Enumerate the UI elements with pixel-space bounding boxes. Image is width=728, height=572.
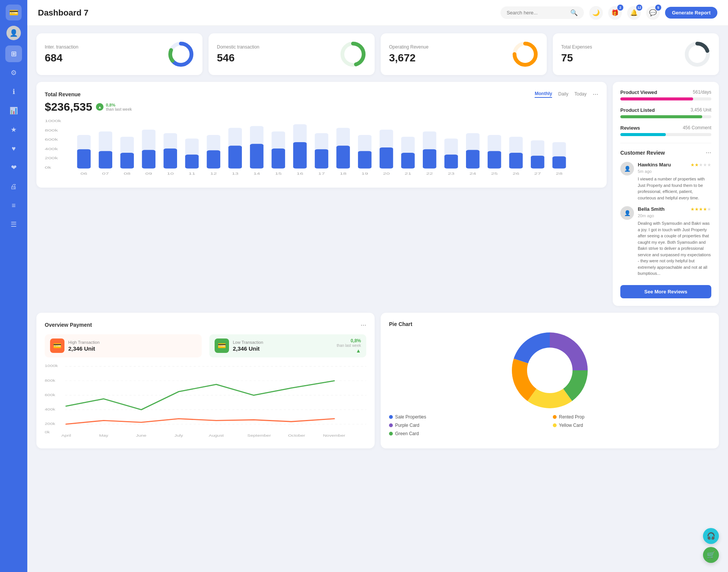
legend-label-green: Green Card [395, 431, 419, 436]
sidebar-item-print[interactable]: 🖨 [5, 178, 22, 195]
payment-header: Overview Payment ··· [45, 321, 366, 329]
sidebar-item-info[interactable]: ℹ [5, 83, 22, 100]
svg-text:May: May [99, 434, 108, 437]
sidebar-item-heart2[interactable]: ❤ [5, 159, 22, 176]
legend-purple-card: Purple Card [389, 423, 547, 428]
high-transaction-stat: 💳 High Transaction 2,346 Unit [45, 334, 202, 357]
svg-text:24: 24 [469, 172, 476, 176]
sidebar-item-menu[interactable]: ≡ [5, 197, 22, 214]
reviewer-info-1: Bella Smith ★★★★★ 20m ago Dealing with S… [638, 206, 711, 277]
revenue-more-btn[interactable]: ··· [593, 90, 598, 98]
sidebar-item-favorites[interactable]: ★ [5, 121, 22, 138]
svg-rect-73 [488, 151, 501, 168]
svg-rect-22 [120, 153, 134, 168]
legend-sale-properties: Sale Properties [389, 414, 547, 420]
tab-today[interactable]: Today [574, 91, 587, 97]
stat-card-domestic: Domestic transaction 546 [209, 33, 375, 75]
reviews-value: 456 Comment [683, 125, 711, 131]
sidebar-item-settings[interactable]: ⚙ [5, 64, 22, 81]
main-content: Dashboard 7 🔍 🌙 🎁 2 🔔 12 💬 5 Generate Re… [27, 0, 728, 572]
product-listed-value: 3,456 Unit [690, 107, 711, 113]
trans-up-icon: ▲ [356, 348, 361, 354]
sidebar-logo[interactable]: 💳 [6, 5, 22, 20]
search-icon: 🔍 [570, 9, 578, 16]
search-input[interactable] [507, 10, 567, 16]
stat-card-inter-transaction: Inter. transaction 684 [36, 33, 202, 75]
svg-rect-52 [336, 146, 350, 168]
legend-label-rented: Rented Prop [559, 414, 584, 420]
bell-icon-btn[interactable]: 🔔 12 [627, 6, 641, 20]
revenue-chart [512, 41, 538, 67]
chat-icon-btn[interactable]: 💬 5 [646, 6, 660, 20]
product-viewed-value: 561/days [693, 89, 711, 95]
header: Dashboard 7 🔍 🌙 🎁 2 🔔 12 💬 5 Generate Re… [27, 0, 728, 26]
float-cart-btn[interactable]: 🛒 [703, 547, 719, 563]
svg-text:400k: 400k [45, 147, 58, 151]
customer-review-section: Customer Review ··· 👤 Hawkins Maru ★★★★★… [620, 143, 711, 298]
bottom-row: Overview Payment ··· 💳 High Transaction … [36, 313, 719, 448]
reviewer-name-1: Bella Smith [638, 206, 665, 212]
revenue-change: 0,8% than last week [106, 103, 132, 111]
revenue-amount-value: $236,535 [45, 100, 92, 113]
up-arrow-icon: ▲ [96, 103, 104, 111]
tab-monthly[interactable]: Monthly [535, 91, 552, 98]
expenses-chart [684, 41, 711, 67]
svg-text:400k: 400k [45, 407, 55, 411]
reviewer-stars-0: ★★★★★ [690, 162, 711, 168]
expenses-label: Total Expenses [561, 44, 592, 50]
svg-text:200k: 200k [45, 422, 55, 425]
inter-transaction-value: 684 [45, 52, 78, 64]
transaction-stats: 💳 High Transaction 2,346 Unit 💳 Low Tran… [45, 334, 366, 357]
svg-rect-19 [99, 151, 112, 168]
svg-rect-31 [185, 155, 199, 169]
svg-text:800k: 800k [45, 129, 58, 132]
svg-text:25: 25 [491, 172, 498, 176]
sidebar: 💳 👤 ⊞ ⚙ ℹ 📊 ★ ♥ ❤ 🖨 ≡ ☰ [0, 0, 27, 572]
svg-text:17: 17 [318, 172, 325, 176]
user-avatar[interactable]: 👤 [6, 26, 21, 40]
svg-text:0k: 0k [45, 430, 50, 433]
review-item-0: 👤 Hawkins Maru ★★★★★ 5m ago I viewed a n… [620, 162, 711, 201]
tab-daily[interactable]: Daily [558, 91, 568, 97]
trans-sub: than last week [337, 343, 361, 348]
sidebar-item-analytics[interactable]: 📊 [5, 102, 22, 119]
svg-text:April: April [61, 434, 71, 437]
dark-mode-toggle[interactable]: 🌙 [589, 6, 603, 20]
domestic-chart [340, 41, 366, 67]
search-box[interactable]: 🔍 [500, 6, 584, 19]
reviewer-text-0: I viewed a number of properties with Jus… [638, 176, 711, 201]
product-viewed-label: Product Viewed [620, 89, 657, 95]
pie-legend: Sale Properties Rented Prop Purple Card … [389, 414, 711, 436]
review-more-btn[interactable]: ··· [706, 149, 711, 157]
svg-text:1000k: 1000k [45, 119, 61, 123]
svg-text:200k: 200k [45, 156, 58, 160]
reviews-label: Reviews [620, 125, 640, 131]
payment-more-btn[interactable]: ··· [361, 321, 366, 329]
svg-text:June: June [136, 434, 147, 437]
gift-icon-btn[interactable]: 🎁 2 [608, 6, 622, 20]
svg-text:09: 09 [145, 172, 152, 176]
svg-text:07: 07 [102, 172, 109, 176]
svg-text:20: 20 [383, 172, 390, 176]
product-listed-row: Product Listed 3,456 Unit [620, 107, 711, 118]
svg-text:August: August [209, 434, 224, 437]
domestic-label: Domestic transaction [217, 44, 259, 50]
svg-rect-70 [466, 150, 480, 169]
svg-rect-82 [552, 157, 566, 169]
sidebar-item-dashboard[interactable]: ⊞ [5, 45, 22, 62]
sidebar-item-heart[interactable]: ♥ [5, 140, 22, 157]
payment-title: Overview Payment [45, 322, 92, 328]
see-more-reviews-btn[interactable]: See More Reviews [620, 285, 711, 298]
svg-rect-34 [207, 150, 220, 169]
revenue-bar-chart: 1000k 800k 600k 400k 200k 0k [45, 117, 598, 179]
legend-dot-rented [553, 415, 557, 419]
svg-rect-40 [250, 144, 264, 169]
float-headset-btn[interactable]: 🎧 [703, 528, 719, 544]
low-transaction-icon: 💳 [215, 338, 229, 353]
generate-report-button[interactable]: Generate Report [665, 7, 717, 19]
sidebar-item-list[interactable]: ☰ [5, 216, 22, 233]
review-title: Customer Review [620, 150, 665, 156]
legend-label-sale: Sale Properties [395, 414, 426, 420]
low-transaction-stat: 💳 Low Transaction 2,346 Unit 0,8% than l… [209, 334, 366, 357]
pie-chart-card: Pie Chart [381, 313, 719, 448]
